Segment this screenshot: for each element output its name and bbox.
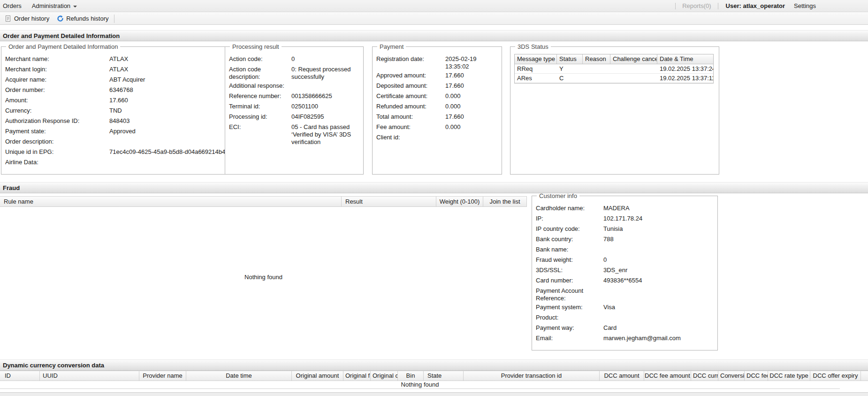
column-header[interactable]: Original c xyxy=(371,371,398,381)
field-label: Payment state: xyxy=(5,128,109,135)
field-label: Airline Data: xyxy=(5,159,109,166)
document-list-icon xyxy=(5,15,12,22)
field-row: Order number:6346768 xyxy=(5,85,225,95)
field-label: Refunded amount: xyxy=(376,103,445,110)
column-header[interactable]: DCC curr xyxy=(691,371,718,381)
section-header-order-payment: Order and Payment Detailed Information xyxy=(0,30,868,41)
field-row: IP:102.171.78.24 xyxy=(536,213,714,224)
field-row: Total amount:17.660 xyxy=(376,112,498,122)
menu-settings[interactable]: Settings xyxy=(789,2,821,9)
processing-result-legend: Processing result xyxy=(230,43,282,50)
field-row: Action code:0 xyxy=(229,54,359,64)
field-row: Order description: xyxy=(5,137,225,147)
order-history-button[interactable]: Order history xyxy=(1,13,53,24)
field-value: 848403 xyxy=(109,117,225,125)
column-header[interactable]: Conversi xyxy=(718,371,745,381)
column-header[interactable]: Date time xyxy=(186,371,292,381)
field-label: IP: xyxy=(536,215,603,222)
payment-legend: Payment xyxy=(377,43,406,50)
customer-info-panel: Customer info Cardholder name:MADERAIP:1… xyxy=(532,192,718,350)
column-header[interactable]: Message type xyxy=(515,54,557,64)
field-label: Terminal id: xyxy=(229,103,291,110)
field-row: Reference number:001358666625 xyxy=(229,91,359,101)
field-value: marwen.jegham@gmail.com xyxy=(603,335,714,342)
column-header[interactable]: Provider name xyxy=(139,371,186,381)
table-cell xyxy=(583,64,610,73)
field-row: Bank country:788 xyxy=(536,234,714,244)
column-header[interactable]: Original amount xyxy=(292,371,343,381)
menu-administration[interactable]: Administration xyxy=(27,2,82,9)
horizontal-scrollbar[interactable] xyxy=(0,392,868,396)
customer-info-legend: Customer info xyxy=(537,192,579,199)
field-value: 17.660 xyxy=(445,82,498,90)
field-label: IP country code: xyxy=(536,225,603,233)
field-value: Approved xyxy=(109,128,225,135)
column-header[interactable]: DCC offer expiry xyxy=(810,371,861,381)
column-header[interactable]: Original f xyxy=(343,371,371,381)
column-header[interactable]: UUID xyxy=(40,371,139,381)
field-value: 788 xyxy=(603,236,714,243)
order-history-label: Order history xyxy=(14,15,49,22)
field-row: Fraud weight:0 xyxy=(536,255,714,265)
column-header[interactable]: ID xyxy=(0,371,40,381)
field-label: Card number: xyxy=(536,277,603,284)
field-label: Amount: xyxy=(5,97,109,104)
table-row[interactable]: RReqY19.02.2025 13:37:24 xyxy=(515,64,713,74)
column-header[interactable]: Weight (0-100) xyxy=(436,197,483,206)
field-value: 6346768 xyxy=(109,86,225,94)
field-value: Tunisia xyxy=(603,225,714,233)
field-value: 05 - Card has passed ‘Verified by VISA’ … xyxy=(291,123,359,146)
field-row: Additional response: xyxy=(229,81,359,91)
field-value: 0: Request processed successfully xyxy=(291,66,359,81)
field-value: TND xyxy=(109,107,225,114)
field-value: 0.000 xyxy=(445,123,498,131)
field-value: ABT Acquirer xyxy=(109,76,225,84)
column-header[interactable]: Date & Time xyxy=(657,54,713,64)
table-cell xyxy=(583,74,610,83)
table-cell: RReq xyxy=(515,64,557,73)
field-value: 17.660 xyxy=(445,72,498,79)
table-cell: 19.02.2025 13:37:24 xyxy=(657,64,713,73)
empty-state: Nothing found xyxy=(0,274,527,281)
field-row: Merchant login:ATLAX xyxy=(5,64,225,75)
field-row: Airline Data: xyxy=(5,157,225,168)
refunds-history-button[interactable]: Refunds history xyxy=(53,13,112,24)
field-label: Order description: xyxy=(5,138,109,145)
column-header[interactable]: DCC rate type xyxy=(768,371,810,381)
table-header-row: Rule nameResultWeight (0-100)Join the li… xyxy=(0,196,527,207)
column-header[interactable]: State xyxy=(424,371,464,381)
field-label: Payment way: xyxy=(536,324,603,332)
table-cell: ARes xyxy=(515,74,557,83)
table-row[interactable]: AResC19.02.2025 13:37:11 xyxy=(515,74,713,83)
column-header[interactable]: Provider transaction id xyxy=(464,371,600,381)
user-label: User: atlax_operator xyxy=(726,2,785,9)
menu-orders[interactable]: Orders xyxy=(0,2,27,9)
field-label: Registration date: xyxy=(376,55,445,63)
column-header[interactable]: Reason xyxy=(583,54,610,64)
column-header[interactable]: Status xyxy=(557,54,583,64)
column-header[interactable]: Rule name xyxy=(0,197,342,206)
field-value: 71ec4c09-4625-45a9-b5d8-d04a669214b4 xyxy=(109,148,225,156)
column-header[interactable]: Join the list xyxy=(483,197,527,206)
column-header[interactable]: DCC amount xyxy=(600,371,644,381)
column-header[interactable]: DCC fee amount xyxy=(644,371,691,381)
field-row: Payment Account Reference: xyxy=(536,286,714,302)
column-header[interactable]: Challenge cancel xyxy=(610,54,657,64)
field-label: Fraud weight: xyxy=(536,256,603,264)
column-header[interactable]: DCC fee xyxy=(745,371,768,381)
divider xyxy=(675,3,676,9)
field-value: 17.660 xyxy=(445,113,498,121)
field-row: Certificate amount:0.000 xyxy=(376,91,498,101)
field-label: ECI: xyxy=(229,123,291,131)
field-label: Client id: xyxy=(376,134,445,141)
chevron-down-icon xyxy=(73,6,77,8)
field-value: ATLAX xyxy=(109,55,225,63)
field-row: Payment way:Card xyxy=(536,323,714,333)
menu-bar-right: Reports(0) User: atlax_operator Settings xyxy=(670,2,868,9)
order-details-fields: Merchant name:ATLAXMerchant login:ATLAXA… xyxy=(5,54,225,168)
field-row: Currency:TND xyxy=(5,106,225,116)
column-header[interactable]: Bin xyxy=(398,371,424,381)
column-header[interactable]: Result xyxy=(342,197,436,206)
field-row: Email:marwen.jegham@gmail.com xyxy=(536,333,714,343)
field-label: Product: xyxy=(536,314,603,321)
